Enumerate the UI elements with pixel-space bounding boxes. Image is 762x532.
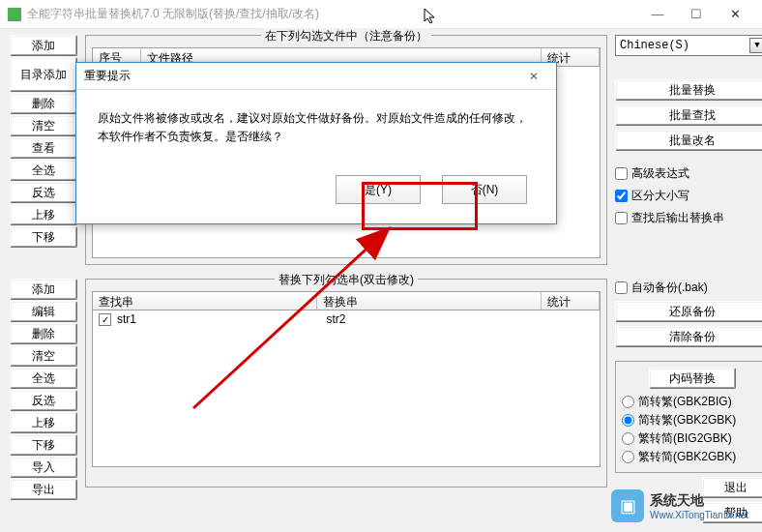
window-titlebar: 全能字符串批量替换机7.0 无限制版(替换/查找/抽取/改名) — ☐ ✕ xyxy=(0,0,762,29)
minimize-button[interactable]: — xyxy=(638,1,677,28)
encoding-radio-0[interactable]: 简转繁(GBK2BIG) xyxy=(622,393,762,411)
dialog-body-text: 原始文件将被修改或改名，建议对原始文件做好备份。对原始文件造成的任何修改，本软件… xyxy=(76,90,556,165)
dialog-titlebar[interactable]: 重要提示 ✕ xyxy=(76,63,556,90)
window-controls: — ☐ ✕ xyxy=(638,1,754,28)
file-group-title: 在下列勾选文件中（注意备份） xyxy=(261,28,431,44)
chevron-down-icon: ▼ xyxy=(749,38,762,53)
encoding-group: 内码替换 简转繁(GBK2BIG)简转繁(GBK2GBK)繁转简(BIG2GBK… xyxy=(615,361,762,473)
window-title: 全能字符串批量替换机7.0 无限制版(替换/查找/抽取/改名) xyxy=(27,6,638,22)
string-btn-6[interactable]: 上移 xyxy=(10,412,77,433)
file-btn-2[interactable]: 删除 xyxy=(10,93,77,114)
watermark: ▣ 系统天地 Www.XiTongTianDi.net xyxy=(611,489,748,522)
encoding-radio-3[interactable]: 繁转简(GBK2GBK) xyxy=(622,448,762,466)
file-btn-6[interactable]: 反选 xyxy=(10,182,77,203)
watermark-name: 系统天地 xyxy=(650,492,748,510)
string-list-header: 查找串 替换串 统计 xyxy=(92,291,601,310)
dialog-yes-button[interactable]: 是(Y) xyxy=(336,175,421,204)
opt-auto-backup[interactable]: 自动备份(.bak) xyxy=(615,279,762,297)
watermark-icon: ▣ xyxy=(611,489,644,522)
close-button[interactable]: ✕ xyxy=(716,1,754,28)
dialog-title: 重要提示 xyxy=(84,68,519,84)
right-panel-lower: 自动备份(.bak) 还原备份 清除备份 内码替换 简转繁(GBK2BIG)简转… xyxy=(615,279,762,523)
string-btn-5[interactable]: 反选 xyxy=(10,390,77,411)
clear-backup-button[interactable]: 清除备份 xyxy=(615,326,762,347)
string-btn-7[interactable]: 下移 xyxy=(10,434,77,456)
file-list-button-column: 添加目录添加删除清空查看全选反选上移下移 xyxy=(10,35,77,248)
encoding-radio-2[interactable]: 繁转简(BIG2GBK) xyxy=(622,429,762,448)
confirm-dialog: 重要提示 ✕ 原始文件将被修改或改名，建议对原始文件做好备份。对原始文件造成的任… xyxy=(75,62,557,224)
file-btn-5[interactable]: 全选 xyxy=(10,160,77,181)
opt-advanced-expr[interactable]: 高级表达式 xyxy=(615,164,762,183)
watermark-url: Www.XiTongTianDi.net xyxy=(650,510,748,520)
language-value: Chinese(S) xyxy=(620,39,689,52)
string-btn-0[interactable]: 添加 xyxy=(10,279,77,300)
dialog-close-button[interactable]: ✕ xyxy=(519,66,548,87)
row-replace-value: str2 xyxy=(327,312,537,326)
col-find-header[interactable]: 查找串 xyxy=(93,292,317,310)
file-btn-4[interactable]: 查看 xyxy=(10,137,77,159)
file-btn-1[interactable]: 目录添加 xyxy=(10,57,77,92)
string-btn-4[interactable]: 全选 xyxy=(10,368,77,389)
row-checkbox[interactable] xyxy=(99,313,111,326)
string-list-button-column: 添加编辑删除清空全选反选上移下移导入导出 xyxy=(10,279,77,500)
language-select[interactable]: Chinese(S) ▼ xyxy=(615,35,762,56)
opt-case-sensitive[interactable]: 区分大小写 xyxy=(615,187,762,205)
string-btn-8[interactable]: 导入 xyxy=(10,457,77,478)
string-group-title: 替换下列勾选串(双击修改) xyxy=(275,272,418,288)
batch-rename-button[interactable]: 批量改名 xyxy=(615,130,762,151)
batch-replace-button[interactable]: 批量替换 xyxy=(615,79,762,101)
col-replace-header[interactable]: 替换串 xyxy=(317,292,542,310)
string-btn-9[interactable]: 导出 xyxy=(10,479,77,500)
row-find-value: str1 xyxy=(117,312,327,326)
file-btn-7[interactable]: 上移 xyxy=(10,204,77,225)
file-btn-0[interactable]: 添加 xyxy=(10,35,77,56)
maximize-button[interactable]: ☐ xyxy=(677,1,716,28)
string-list-body[interactable]: str1str2 xyxy=(92,310,601,467)
encoding-replace-button[interactable]: 内码替换 xyxy=(649,368,736,389)
table-row[interactable]: str1str2 xyxy=(93,310,600,328)
right-panel: Chinese(S) ▼ 批量替换 批量查找 批量改名 高级表达式 区分大小写 … xyxy=(615,35,762,227)
col-stats-header-2[interactable]: 统计 xyxy=(542,292,600,310)
batch-find-button[interactable]: 批量查找 xyxy=(615,104,762,126)
restore-backup-button[interactable]: 还原备份 xyxy=(615,301,762,322)
app-icon xyxy=(8,8,21,21)
file-btn-3[interactable]: 清空 xyxy=(10,115,77,136)
string-btn-3[interactable]: 清空 xyxy=(10,345,77,367)
encoding-radio-1[interactable]: 简转繁(GBK2GBK) xyxy=(622,411,762,429)
string-btn-2[interactable]: 删除 xyxy=(10,323,77,344)
dialog-no-button[interactable]: 否(N) xyxy=(442,175,527,204)
file-btn-8[interactable]: 下移 xyxy=(10,226,77,248)
string-btn-1[interactable]: 编辑 xyxy=(10,301,77,322)
opt-output-after-find[interactable]: 查找后输出替换串 xyxy=(615,209,762,227)
